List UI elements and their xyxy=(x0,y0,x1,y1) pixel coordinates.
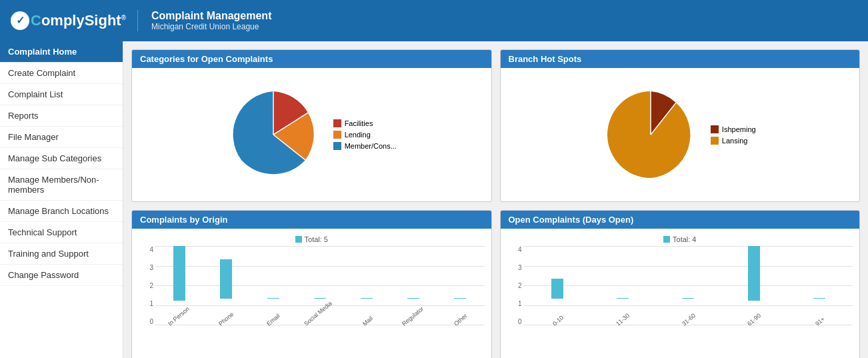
lending-label: Lending xyxy=(345,131,371,139)
hotspots-pie-svg xyxy=(604,88,697,181)
sidebar-item-complaint-home[interactable]: Complaint Home xyxy=(0,41,123,63)
logo-icon: ✓ xyxy=(11,11,29,30)
main-layout: Complaint Home Create Complaint Complain… xyxy=(0,41,868,358)
days-open-total: Total: 4 xyxy=(507,235,853,243)
sidebar-item-manage-branch[interactable]: Manage Branch Locations xyxy=(0,201,123,222)
bar-social-media: Social Media xyxy=(299,246,341,325)
hotspots-legend: Ishpeming Lansing xyxy=(711,125,756,145)
lending-dot xyxy=(333,131,341,139)
bar-mail-label: Mail xyxy=(361,315,374,327)
lansing-label: Lansing xyxy=(722,137,748,145)
bar-email-label: Email xyxy=(265,313,281,327)
origin-total-square xyxy=(295,236,302,243)
logo-text: ComplySight® xyxy=(31,12,126,29)
origin-chart-container: 43210 In Person xyxy=(139,246,485,355)
legend-member: Member/Cons... xyxy=(333,142,397,150)
days-open-y-axis: 43210 xyxy=(507,246,522,325)
origin-chart-header: Complaints by Origin xyxy=(132,211,491,229)
bar-phone-rect xyxy=(220,259,232,299)
days-open-chart-container: 43210 0-10 xyxy=(507,246,853,355)
origin-total: Total: 5 xyxy=(139,235,485,243)
bar-61-90-rect xyxy=(748,246,760,301)
origin-bar-chart: Total: 5 43210 xyxy=(139,235,485,355)
days-open-bars-row: 0-10 11-30 31-60 xyxy=(524,246,853,325)
origin-y-axis: 43210 xyxy=(139,246,153,325)
facilities-label: Facilities xyxy=(345,119,373,127)
hotspots-pie-area: Ishpeming Lansing xyxy=(507,88,853,181)
bar-0-10-rect xyxy=(551,279,563,299)
days-open-chart-card: Open Complaints (Days Open) Total: 4 432… xyxy=(500,210,861,358)
categories-pie-svg xyxy=(227,88,320,181)
bar-31-60-label: 31-60 xyxy=(681,312,697,327)
bar-61-90: 61-90 xyxy=(723,246,783,325)
origin-chart-card: Complaints by Origin Total: 5 43210 xyxy=(131,210,492,358)
bar-social-media-label: Social Media xyxy=(303,300,333,327)
header-info: Complaint Management Michigan Credit Uni… xyxy=(137,10,271,31)
bar-11-30: 11-30 xyxy=(593,246,653,325)
sidebar-item-manage-members[interactable]: Manage Members/Non-members xyxy=(0,169,123,201)
bar-31-60: 31-60 xyxy=(658,246,718,325)
sidebar-item-change-password[interactable]: Change Password xyxy=(0,265,123,286)
legend-lending: Lending xyxy=(333,131,397,139)
hotspots-chart-body: Ishpeming Lansing xyxy=(501,68,860,201)
days-open-chart-body: Total: 4 43210 xyxy=(501,229,860,358)
origin-bars-row: In Person Phone Email xyxy=(155,246,485,325)
bar-regulator: Regulator xyxy=(393,246,434,325)
member-label: Member/Cons... xyxy=(345,142,397,150)
lansing-dot xyxy=(711,137,719,145)
categories-legend: Facilities Lending Member/Cons... xyxy=(333,119,397,150)
legend-ishpeming: Ishpeming xyxy=(711,125,756,133)
facilities-dot xyxy=(333,119,341,127)
header-subtitle: Michigan Credit Union League xyxy=(151,22,271,31)
sidebar-item-reports[interactable]: Reports xyxy=(0,105,123,127)
categories-chart-card: Categories for Open Complaints xyxy=(131,49,492,202)
bar-in-person: In Person xyxy=(159,246,200,325)
bar-phone: Phone xyxy=(205,246,247,325)
bar-email: Email xyxy=(252,246,293,325)
hotspots-chart-header: Branch Hot Spots xyxy=(501,50,860,68)
main-content: Categories for Open Complaints xyxy=(123,41,868,358)
sidebar-item-complaint-list[interactable]: Complaint List xyxy=(0,84,123,105)
categories-pie-area: Facilities Lending Member/Cons... xyxy=(139,88,485,181)
sidebar-item-manage-sub-categories[interactable]: Manage Sub Categories xyxy=(0,148,123,169)
days-open-chart-header: Open Complaints (Days Open) xyxy=(501,211,860,229)
bar-0-10: 0-10 xyxy=(527,246,587,325)
legend-facilities: Facilities xyxy=(333,119,397,127)
bar-11-30-label: 11-30 xyxy=(615,312,631,327)
app-header: ✓ ComplySight® Complaint Management Mich… xyxy=(0,0,868,41)
bar-phone-label: Phone xyxy=(217,311,235,327)
member-dot xyxy=(333,142,341,150)
bar-mail: Mail xyxy=(346,246,387,325)
bar-0-10-label: 0-10 xyxy=(551,314,565,327)
bar-in-person-rect xyxy=(173,246,185,301)
bar-other-label: Other xyxy=(453,313,469,327)
categories-chart-header: Categories for Open Complaints xyxy=(132,50,491,68)
ishpeming-label: Ishpeming xyxy=(722,125,756,133)
bar-other: Other xyxy=(439,246,481,325)
days-open-bar-chart: Total: 4 43210 xyxy=(507,235,853,355)
logo-area: ✓ ComplySight® xyxy=(11,11,137,30)
bar-91-plus: 91+ xyxy=(789,246,849,325)
legend-lansing: Lansing xyxy=(711,137,756,145)
categories-chart-body: Facilities Lending Member/Cons... xyxy=(132,68,491,201)
sidebar-item-file-manager[interactable]: File Manager xyxy=(0,127,123,148)
bar-91-plus-label: 91+ xyxy=(814,315,826,327)
bar-61-90-label: 61-90 xyxy=(746,312,762,327)
bar-regulator-label: Regulator xyxy=(401,305,425,327)
days-open-total-square xyxy=(663,236,670,243)
sidebar-item-create-complaint[interactable]: Create Complaint xyxy=(0,63,123,84)
bar-in-person-label: In Person xyxy=(167,305,191,327)
sidebar-item-training[interactable]: Training and Support xyxy=(0,243,123,265)
ishpeming-dot xyxy=(711,125,719,133)
origin-chart-body: Total: 5 43210 xyxy=(132,229,491,358)
sidebar: Complaint Home Create Complaint Complain… xyxy=(0,41,123,358)
charts-grid: Categories for Open Complaints xyxy=(131,49,860,358)
hotspots-chart-card: Branch Hot Spots xyxy=(500,49,861,202)
header-title: Complaint Management xyxy=(151,10,271,22)
sidebar-item-technical-support[interactable]: Technical Support xyxy=(0,222,123,243)
